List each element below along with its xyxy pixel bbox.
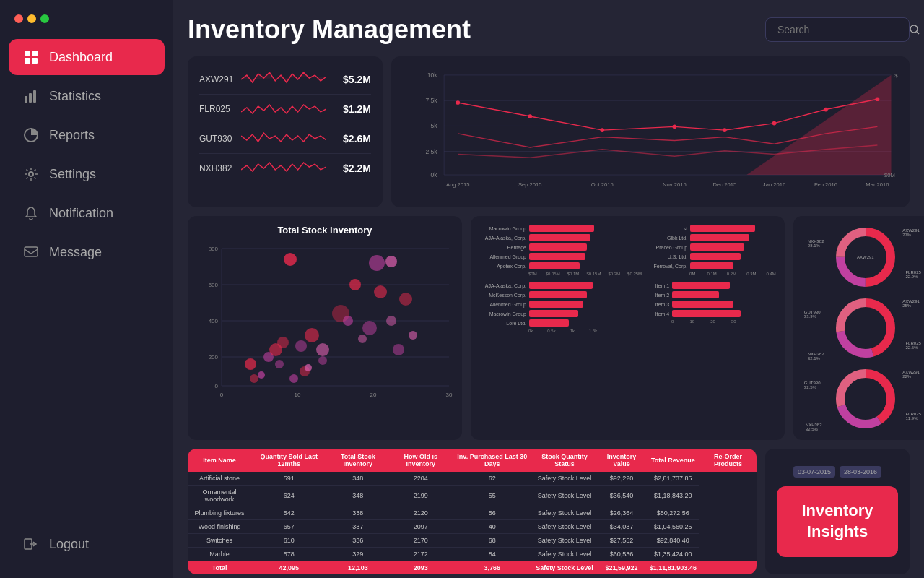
sparkline-chart: [241, 99, 326, 119]
search-input[interactable]: [777, 24, 904, 35]
list-item: AXW291 $5.2M: [199, 65, 371, 95]
bar-label: Item 4: [648, 311, 669, 316]
spark-value: $2.2M: [334, 163, 371, 174]
svg-point-32: [456, 100, 460, 105]
top-row: AXW291 $5.2M FLR025 $1.2M GUT930: [188, 56, 910, 207]
sidebar-item-reports[interactable]: Reports: [9, 117, 165, 153]
svg-point-38: [824, 108, 828, 112]
svg-point-100: [845, 379, 886, 419]
search-box[interactable]: [765, 17, 910, 42]
col-header-stock: Total Stock Inventory: [326, 449, 389, 472]
table-total-cell: $21,59,922: [596, 561, 647, 575]
bar-row: Heritage: [479, 243, 642, 251]
sparkline-panel: AXW291 $5.2M FLR025 $1.2M GUT930: [188, 56, 383, 207]
spark-value: $1.2M: [334, 103, 371, 115]
bar-row: Item 2: [648, 291, 776, 298]
table-row: Ornamental woodwork624348219955Safety St…: [188, 486, 757, 506]
table-cell: 336: [326, 534, 389, 548]
sidebar-item-logout-label: Logout: [49, 537, 89, 552]
table-cell: $2,81,737.85: [647, 472, 699, 486]
svg-point-33: [528, 114, 532, 118]
table-cell: Safety Stock Level: [533, 548, 597, 561]
scatter-chart: 800 600 400 200 0 0 10 20 30: [196, 241, 456, 407]
table-cell: Safety Stock Level: [533, 534, 597, 548]
bar-label: AJA-Alaska, Corp.: [479, 236, 526, 241]
svg-point-35: [672, 124, 676, 129]
bar-row: Ferroval, Corp.: [648, 262, 776, 269]
svg-text:0k: 0k: [431, 171, 438, 178]
svg-text:Mar 2016: Mar 2016: [866, 181, 889, 188]
bar-fill: [690, 253, 741, 260]
sidebar-item-logout[interactable]: Logout: [9, 526, 165, 562]
sidebar-item-message[interactable]: Message: [9, 234, 165, 270]
svg-text:7.5k: 7.5k: [425, 97, 437, 104]
bar-row: Macrowin Group: [479, 225, 642, 232]
main-content: Inventory Management AXW291 $5.2M FLR025: [173, 0, 924, 578]
sidebar-item-reports-label: Reports: [49, 128, 95, 143]
svg-text:Nov 2015: Nov 2015: [663, 181, 687, 188]
table-cell: 337: [326, 520, 389, 534]
bar-row: Glbk Ltd.: [648, 234, 776, 241]
donut-chart-1: AXW291 AXW29127% NXH38228.1% FLR02522.9%: [833, 225, 898, 290]
date-badge-2: 28-03-2016: [840, 466, 881, 478]
table-cell: Safety Stock Level: [533, 486, 597, 506]
table-row: Wood finishing657337209740Safety Stock L…: [188, 520, 757, 534]
bar-row: AJA-Alaska, Corp.: [479, 282, 642, 289]
table-total-cell: 42,095: [251, 561, 326, 575]
col-header-status: Stock Quantity Status: [533, 449, 597, 472]
table-row: Switches610336217068Safety Stock Level$2…: [188, 534, 757, 548]
bar-row: Allenmed Group: [479, 301, 642, 308]
bar-label: Item 1: [648, 283, 669, 288]
svg-point-77: [362, 321, 377, 335]
bar-row: AJA-Alaska, Corp.: [479, 234, 642, 241]
sidebar-item-statistics[interactable]: Statistics: [9, 78, 165, 114]
table-cell: Ornamental woodwork: [188, 486, 251, 506]
bar-fill: [690, 225, 755, 232]
bar-label: Macrowin Group: [479, 311, 526, 316]
table-cell: 55: [452, 486, 533, 506]
svg-rect-2: [25, 58, 30, 64]
sidebar-item-settings[interactable]: Settings: [9, 156, 165, 192]
header: Inventory Management: [188, 14, 910, 45]
svg-line-12: [917, 32, 919, 34]
bar-fill: [529, 291, 587, 298]
table-cell: 591: [251, 472, 326, 486]
table-cell: Wood finishing: [188, 520, 251, 534]
svg-rect-4: [25, 96, 27, 103]
bar-label: Ferroval, Corp.: [648, 264, 687, 269]
svg-point-78: [374, 285, 387, 298]
close-button[interactable]: [14, 14, 23, 23]
spark-label: AXW291: [199, 74, 234, 85]
data-table: Item Name Quantity Sold Last 12mths Tota…: [188, 449, 757, 574]
svg-text:Oct 2015: Oct 2015: [591, 181, 614, 188]
svg-point-76: [358, 335, 367, 343]
table-cell: Safety Stock Level: [533, 506, 597, 520]
sparkline-chart: [241, 158, 326, 178]
table-total-cell: 12,103: [326, 561, 389, 575]
table-cell: 657: [251, 520, 326, 534]
bar-label: Praceo Group: [648, 245, 687, 250]
col-header-qty: Quantity Sold Last 12mths: [251, 449, 326, 472]
minimize-button[interactable]: [27, 14, 36, 23]
table-cell: Safety Stock Level: [533, 472, 597, 486]
table-cell: $26,364: [596, 506, 647, 520]
svg-point-36: [723, 128, 727, 132]
sidebar-item-notification[interactable]: Notification: [9, 195, 165, 231]
sidebar-item-dashboard[interactable]: Dashboard: [9, 39, 165, 75]
sparkline-chart: [241, 69, 326, 90]
maximize-button[interactable]: [40, 14, 49, 23]
bar-label: Glbk Ltd.: [648, 236, 687, 241]
bar-row: Allenmed Group: [479, 253, 642, 260]
svg-text:400: 400: [209, 318, 219, 324]
donut-chart-2: AXW29125% GUT93033.9% FLR02522.5% NXH382…: [833, 296, 898, 361]
bar-label: Item 3: [648, 302, 669, 307]
pie-chart-icon: [23, 127, 39, 143]
svg-point-85: [385, 256, 397, 267]
bar-label: Lore Ltd.: [479, 321, 526, 326]
table-cell: Plumbing fixtures: [188, 506, 251, 520]
col-header-value: Inventory Value: [596, 449, 647, 472]
col-header-revenue: Total Revenue: [647, 449, 699, 472]
insights-title[interactable]: Inventory Insights: [777, 486, 898, 556]
svg-text:Dec 2015: Dec 2015: [713, 181, 737, 188]
svg-rect-9: [25, 247, 38, 256]
